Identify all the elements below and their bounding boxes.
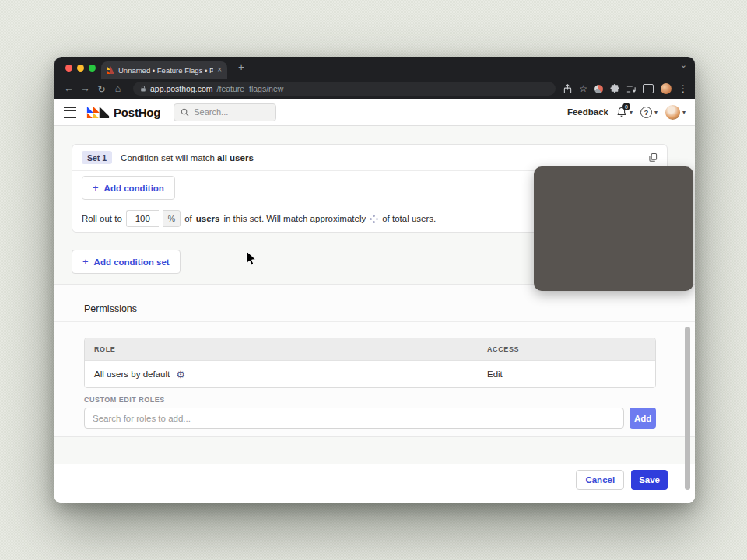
access-cell: Edit	[478, 369, 655, 379]
custom-edit-roles-label: CUSTOM EDIT ROLES	[84, 396, 165, 404]
permissions-table: ROLE ACCESS All users by default ⚙ Edit	[84, 338, 656, 388]
search-input[interactable]: Search...	[174, 103, 276, 121]
set-badge: Set 1	[82, 151, 112, 164]
condition-summary-bold: all users	[217, 153, 254, 163]
browser-profile-avatar[interactable]	[661, 83, 672, 94]
share-icon[interactable]	[563, 84, 572, 94]
hamburger-menu-icon[interactable]	[64, 107, 76, 118]
back-button[interactable]: ←	[61, 83, 76, 94]
chevron-down-icon: ▾	[654, 109, 658, 116]
window-close-button[interactable]	[65, 65, 72, 72]
condition-summary: Condition set will match all users	[121, 153, 254, 163]
add-condition-set-wrap: + Add condition set	[72, 250, 181, 274]
browser-toolbar: ← → ↻ ⌂ app.posthog.com/feature_flags/ne…	[54, 79, 695, 99]
extension-badge-icon[interactable]	[594, 85, 603, 93]
add-condition-set-button[interactable]: + Add condition set	[72, 250, 181, 274]
column-header-access: ACCESS	[478, 345, 655, 353]
role-name: All users by default	[94, 369, 170, 379]
desktop-background: Unnamed • Feature Flags • Pos × + ⌄ ← → …	[0, 0, 747, 560]
url-path: /feature_flags/new	[217, 84, 284, 93]
user-menu[interactable]: ▾	[665, 105, 686, 120]
feedback-button[interactable]: Feedback	[567, 107, 608, 117]
browser-menu-icon[interactable]: ⋮	[679, 84, 688, 93]
rollout-unit: %	[163, 210, 181, 227]
add-condition-label: Add condition	[104, 184, 164, 193]
add-role-button[interactable]: Add	[630, 408, 656, 429]
scrollbar-thumb[interactable]	[685, 327, 690, 490]
posthog-favicon	[107, 66, 114, 74]
permissions-title: Permissions	[84, 303, 137, 314]
table-header-row: ROLE ACCESS	[85, 338, 655, 360]
rollout-users-bold: users	[196, 214, 220, 223]
help-button[interactable]: ? ▾	[640, 107, 658, 118]
roles-search-input[interactable]	[84, 408, 624, 429]
rollout-mid-text: in this set. Will match approximately	[223, 214, 366, 223]
rollout-suffix: of total users.	[382, 214, 436, 223]
rollout-label: Roll out to	[82, 214, 122, 223]
tab-overflow-chevron-icon[interactable]: ⌄	[680, 60, 687, 70]
url-host: app.posthog.com	[150, 84, 213, 93]
extensions-puzzle-icon[interactable]	[610, 84, 619, 93]
help-icon: ?	[640, 107, 652, 118]
window-minimize-button[interactable]	[77, 65, 84, 72]
browser-window: Unnamed • Feature Flags • Pos × + ⌄ ← → …	[54, 57, 695, 503]
header-actions: Feedback 0 ▾ ? ▾ ▾	[567, 105, 686, 120]
rollout-of: of	[184, 214, 192, 223]
notifications-button[interactable]: 0 ▾	[616, 107, 633, 117]
roles-search-row: Add	[84, 408, 656, 429]
posthog-logo	[86, 106, 110, 119]
chevron-down-icon: ▾	[682, 109, 686, 116]
home-button[interactable]: ⌂	[110, 83, 125, 94]
table-row: All users by default ⚙ Edit	[85, 360, 655, 387]
divider	[54, 321, 695, 322]
search-icon	[181, 108, 189, 117]
cancel-button[interactable]: Cancel	[576, 470, 624, 490]
add-condition-set-label: Add condition set	[94, 257, 170, 267]
permissions-section: Permissions ROLE ACCESS All users by def…	[54, 284, 695, 437]
window-zoom-button[interactable]	[89, 65, 96, 72]
app-header: PostHog Search... Feedback 0 ▾	[54, 99, 695, 126]
reload-button[interactable]: ↻	[94, 83, 109, 95]
tab-close-icon[interactable]: ×	[217, 66, 222, 74]
role-cell: All users by default ⚙	[85, 369, 478, 380]
browser-tab-bar: Unnamed • Feature Flags • Pos × + ⌄	[54, 57, 695, 79]
mouse-cursor	[246, 250, 258, 267]
browser-tab[interactable]: Unnamed • Feature Flags • Pos ×	[101, 61, 227, 79]
avatar	[665, 105, 680, 120]
new-tab-button[interactable]: +	[238, 61, 244, 73]
page-footer: Cancel Save	[54, 464, 695, 503]
address-bar[interactable]: app.posthog.com/feature_flags/new	[133, 82, 556, 96]
toolbar-icons: ☆ ⋮	[563, 83, 688, 94]
reading-list-icon[interactable]	[626, 85, 636, 93]
add-condition-button[interactable]: + Add condition	[82, 176, 175, 200]
lock-icon	[140, 85, 146, 93]
rollout-percentage-input[interactable]	[126, 210, 159, 227]
forward-button[interactable]: →	[78, 83, 93, 94]
overlay-panel	[534, 166, 693, 291]
condition-summary-text: Condition set will match	[121, 153, 217, 163]
role-settings-gear-icon[interactable]: ⚙	[176, 369, 185, 380]
brand-name: PostHog	[114, 106, 160, 119]
plus-icon: +	[93, 182, 99, 194]
bookmark-star-icon[interactable]: ☆	[579, 84, 587, 93]
column-header-role: ROLE	[85, 345, 478, 353]
save-button[interactable]: Save	[631, 470, 668, 490]
plus-icon: +	[82, 256, 89, 268]
tab-title: Unnamed • Feature Flags • Pos	[118, 66, 213, 75]
search-placeholder: Search...	[194, 107, 228, 117]
notification-badge: 0	[622, 103, 630, 110]
side-panel-icon[interactable]	[643, 84, 654, 93]
chevron-down-icon: ▾	[630, 109, 633, 116]
loading-spinner-icon	[370, 215, 378, 223]
copy-icon[interactable]	[649, 152, 658, 163]
